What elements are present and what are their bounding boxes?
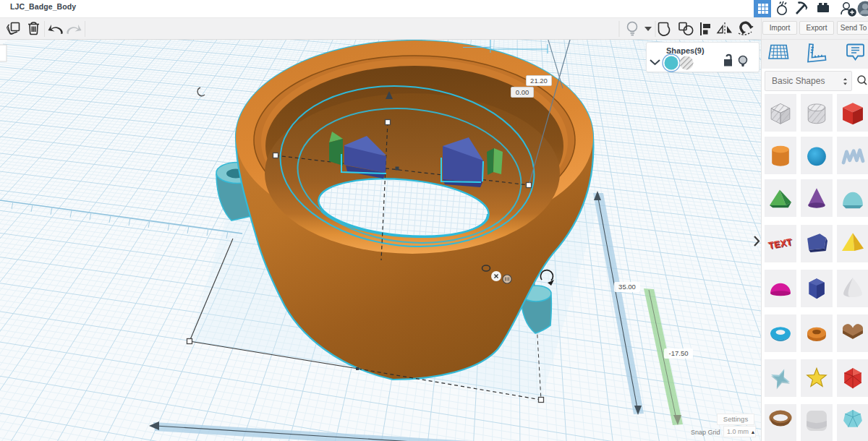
svg-text:TEXT: TEXT <box>767 236 793 251</box>
